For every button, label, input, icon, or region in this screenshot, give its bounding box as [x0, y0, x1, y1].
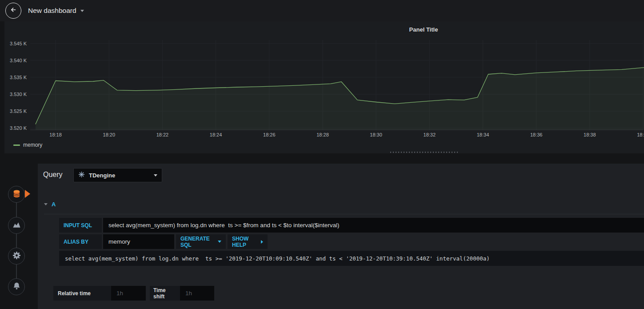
svg-text:3.530 K: 3.530 K — [10, 92, 27, 97]
chevron-down-icon — [80, 10, 84, 12]
time-shift-label: Time shift — [150, 286, 180, 301]
time-shift-field[interactable] — [180, 286, 214, 301]
alias-by-field[interactable] — [103, 234, 174, 249]
active-tab-arrow-icon — [25, 190, 30, 198]
query-row-toggle[interactable]: A — [44, 201, 56, 208]
panel-horizontal-scrollbar[interactable] — [390, 152, 458, 153]
chevron-right-icon — [261, 240, 263, 244]
row-divider — [44, 214, 644, 214]
svg-text:3.535 K: 3.535 K — [10, 75, 27, 80]
svg-text:3.545 K: 3.545 K — [10, 41, 27, 46]
svg-text:18:38: 18:38 — [584, 132, 596, 137]
svg-text:18:26: 18:26 — [263, 132, 276, 137]
back-arrow-icon — [9, 5, 18, 16]
tab-visualization[interactable] — [8, 217, 25, 234]
collapse-caret-icon — [44, 203, 48, 205]
show-help-button[interactable]: SHOW HELP — [228, 234, 268, 249]
navbar: New dashboard — [0, 0, 644, 21]
legend-swatch — [13, 144, 20, 146]
generated-sql-text: select avg(mem_system) from log.dn where… — [65, 255, 490, 262]
svg-text:3.540 K: 3.540 K — [10, 58, 27, 63]
datasource-picker[interactable]: TDengine — [73, 168, 162, 182]
query-section-label: Query — [43, 171, 63, 179]
legend-label: memory — [23, 142, 42, 148]
svg-text:18:32: 18:32 — [424, 132, 436, 137]
svg-text:18:40: 18:40 — [637, 132, 644, 137]
svg-text:18:22: 18:22 — [156, 132, 169, 137]
dashboard-title: New dashboard — [28, 7, 76, 15]
database-icon — [12, 189, 21, 200]
chevron-down-icon — [154, 174, 157, 177]
tab-general[interactable] — [8, 248, 25, 265]
generate-sql-label: GENERATE SQL — [180, 236, 215, 248]
datasource-name: TDengine — [89, 172, 115, 179]
svg-text:3.520 K: 3.520 K — [10, 125, 27, 131]
svg-text:18:36: 18:36 — [530, 132, 543, 137]
svg-text:18:34: 18:34 — [477, 132, 489, 137]
show-help-label: SHOW HELP — [232, 236, 258, 248]
chevron-down-icon — [218, 241, 221, 243]
svg-text:18:20: 18:20 — [103, 132, 116, 137]
time-series-chart[interactable]: 18:1818:2018:2218:2418:2618:2818:3018:32… — [4, 21, 644, 144]
gear-icon — [12, 251, 21, 262]
svg-text:18:18: 18:18 — [49, 132, 62, 137]
generated-sql-strip: select avg(mem_system) from log.dn where… — [59, 251, 644, 266]
svg-text:3.525 K: 3.525 K — [10, 108, 27, 114]
svg-text:18:24: 18:24 — [210, 132, 222, 137]
query-row-letter: A — [52, 201, 56, 208]
query-editor-section: Query TDengine A INPUT SQL ALIAS BY GENE… — [38, 164, 644, 309]
tab-queries[interactable] — [8, 186, 25, 203]
svg-text:18:30: 18:30 — [370, 132, 382, 137]
tab-alert[interactable] — [8, 278, 25, 295]
alias-by-label: ALIAS BY — [59, 234, 102, 249]
svg-text:18:28: 18:28 — [316, 132, 329, 137]
tdengine-logo-icon — [78, 171, 85, 180]
input-sql-label: INPUT SQL — [59, 218, 102, 233]
graph-icon — [12, 220, 21, 231]
input-sql-field[interactable] — [103, 218, 644, 233]
legend-series-memory[interactable]: memory — [13, 142, 42, 148]
back-button[interactable] — [5, 3, 21, 19]
graph-panel: Panel Title 18:1818:2018:2218:2418:2618:… — [4, 21, 644, 153]
generate-sql-button[interactable]: GENERATE SQL — [176, 234, 226, 249]
tab-connector-line — [16, 194, 17, 287]
relative-time-label: Relative time — [53, 286, 111, 301]
dashboard-title-dropdown[interactable]: New dashboard — [28, 7, 84, 15]
relative-time-field[interactable] — [111, 286, 146, 301]
bell-icon — [12, 281, 21, 293]
